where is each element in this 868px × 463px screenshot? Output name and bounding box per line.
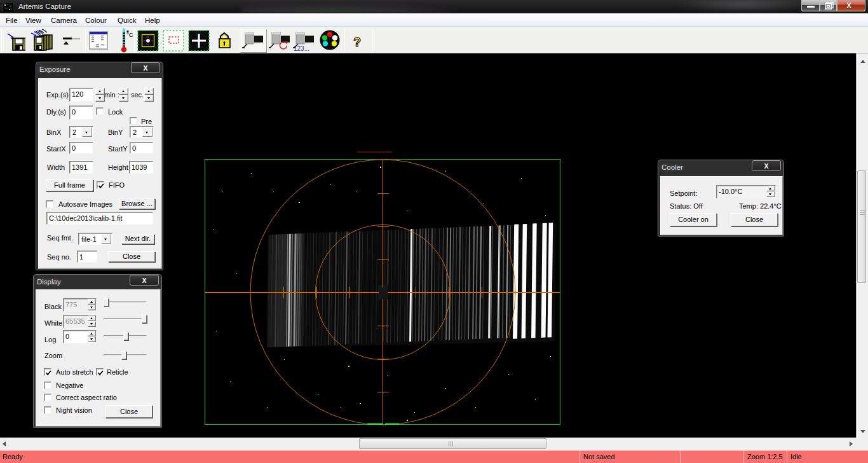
svg-text:°C: °C [126, 31, 133, 38]
svg-text:123...: 123... [294, 45, 309, 52]
